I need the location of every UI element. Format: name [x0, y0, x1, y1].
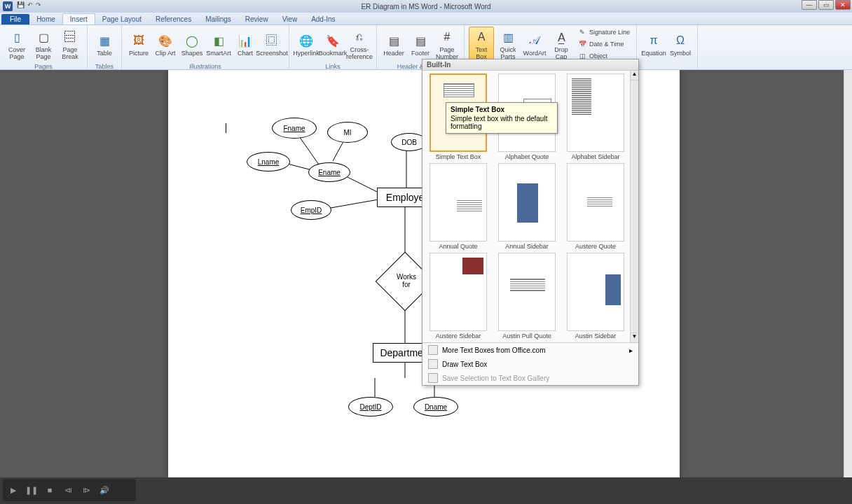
attr-lname[interactable]: Lname — [247, 152, 290, 172]
gallery-austere-sidebar[interactable]: Austere Sidebar — [425, 253, 491, 340]
shapes-button[interactable]: ◯Shapes — [179, 27, 205, 63]
blank-page-button[interactable]: ▢Blank Page — [31, 27, 56, 63]
tab-mailings[interactable]: Mailings — [198, 14, 238, 24]
dropcap-button[interactable]: A̲Drop Cap — [549, 27, 574, 63]
header-button[interactable]: ▤Header — [381, 27, 406, 63]
save-selection-menuitem: Save Selection to Text Box Gallery — [422, 371, 638, 385]
gallery-annual-sidebar[interactable]: Annual Sidebar — [494, 163, 560, 250]
prev-button[interactable]: ⧏ — [62, 484, 74, 496]
symbol-button[interactable]: ΩSymbol — [668, 27, 693, 63]
minimize-button[interactable]: — — [802, 0, 817, 10]
smartart-icon: ◧ — [211, 33, 226, 48]
tab-review[interactable]: Review — [238, 14, 275, 24]
crossref-button[interactable]: ⎌Cross-reference — [347, 27, 372, 63]
tooltip: Simple Text Box Simple text box with the… — [446, 102, 558, 134]
page-break-button[interactable]: ⿳Page Break — [57, 27, 83, 63]
gallery-annual-quote[interactable]: Annual Quote — [425, 163, 491, 250]
tooltip-title: Simple Text Box — [451, 106, 553, 113]
attr-empid[interactable]: EmpID — [291, 200, 331, 220]
attr-ename[interactable]: Ename — [308, 162, 350, 182]
gallery-austin-pullquote[interactable]: Austin Pull Quote — [494, 253, 560, 340]
crossref-icon: ⎌ — [352, 29, 367, 45]
wordart-button[interactable]: 𝒜WordArt — [522, 27, 547, 63]
pagenum-button[interactable]: #Page Number — [434, 27, 460, 63]
draw-icon — [428, 359, 438, 369]
gallery-austere-quote[interactable]: Austere Quote — [563, 163, 628, 250]
rel-worksfor-label: Works for — [392, 273, 420, 288]
bookmark-icon: 🔖 — [325, 33, 341, 48]
tab-file[interactable]: File — [1, 14, 29, 24]
shapes-icon: ◯ — [184, 33, 200, 48]
textbox-button[interactable]: AText Box — [469, 27, 494, 63]
more-textboxes-menuitem[interactable]: More Text Boxes from Office.com ▸ — [422, 343, 638, 357]
signature-line-button[interactable]: ✎Signature Line — [575, 27, 632, 38]
cover-page-button[interactable]: ▯Cover Page — [4, 27, 29, 63]
equation-button[interactable]: πEquation — [641, 27, 666, 63]
window-title: ER Diagram in MS Word - Microsoft Word — [361, 3, 490, 10]
hyperlink-icon: 🌐 — [298, 33, 314, 48]
header-icon: ▤ — [386, 33, 401, 48]
volume-button[interactable]: 🔊 — [98, 484, 111, 496]
ribbon-tabs: File Home Insert Page Layout References … — [0, 13, 852, 25]
video-controls: ▶ ❚❚ ■ ⧏ ⧐ 🔊 — [3, 479, 136, 501]
tooltip-body: Simple text box with the default formatt… — [451, 115, 553, 130]
attr-mi[interactable]: MI — [327, 122, 368, 143]
chevron-right-icon: ▸ — [629, 346, 633, 354]
save-icon[interactable]: 💾 — [17, 1, 25, 8]
pause-button[interactable]: ❚❚ — [25, 484, 38, 496]
signature-icon: ✎ — [577, 27, 587, 37]
maximize-button[interactable]: ▭ — [818, 0, 834, 10]
attr-dname[interactable]: Dname — [413, 397, 458, 416]
svg-line-3 — [343, 175, 378, 192]
tab-references[interactable]: References — [149, 14, 198, 24]
footer-button[interactable]: ▤Footer — [408, 27, 433, 63]
smartart-button[interactable]: ◧SmartArt — [206, 27, 231, 63]
pagenum-icon: # — [439, 29, 455, 45]
next-button[interactable]: ⧐ — [80, 484, 92, 496]
table-button[interactable]: ▦Table — [92, 27, 117, 63]
equation-icon: π — [646, 33, 661, 48]
picture-icon: 🖼 — [131, 33, 146, 48]
clipart-button[interactable]: 🎨Clip Art — [153, 27, 178, 63]
wordart-icon: 𝒜 — [527, 33, 542, 48]
play-button[interactable]: ▶ — [7, 484, 20, 496]
tab-addins[interactable]: Add-Ins — [304, 14, 342, 24]
hyperlink-button[interactable]: 🌐Hyperlink — [294, 27, 319, 63]
blank-page-icon: ▢ — [36, 29, 51, 45]
dropcap-icon: A̲ — [554, 29, 569, 45]
gallery-scrollbar[interactable]: ▲ ▼ — [630, 71, 638, 342]
attr-fname[interactable]: Fname — [272, 118, 317, 139]
word-app-icon: W — [3, 1, 13, 11]
gallery-austin-sidebar[interactable]: Austin Sidebar — [563, 253, 628, 340]
page-break-icon: ⿳ — [62, 29, 78, 45]
clipart-icon: 🎨 — [158, 33, 173, 48]
screenshot-button[interactable]: ⿴Screenshot — [259, 27, 284, 63]
quickparts-button[interactable]: ▥Quick Parts — [495, 27, 521, 63]
tab-home[interactable]: Home — [29, 14, 62, 24]
undo-icon[interactable]: ↶ — [27, 1, 33, 8]
chart-icon: 📊 — [238, 33, 253, 48]
close-button[interactable]: ✕ — [835, 0, 851, 10]
tab-page-layout[interactable]: Page Layout — [95, 14, 149, 24]
symbol-icon: Ω — [673, 33, 688, 48]
stop-button[interactable]: ■ — [43, 484, 56, 496]
titlebar: W 💾 ↶ ↷ ER Diagram in MS Word - Microsof… — [0, 0, 852, 13]
scroll-down-icon[interactable]: ▼ — [631, 332, 638, 342]
gallery-alphabet-sidebar[interactable]: Alphabet Sidebar — [563, 74, 628, 160]
redo-icon[interactable]: ↷ — [36, 1, 41, 8]
save-gallery-icon — [428, 373, 438, 383]
attr-deptid[interactable]: DeptID — [348, 397, 393, 416]
vertical-scrollbar[interactable] — [844, 70, 852, 477]
quick-access-toolbar[interactable]: 💾 ↶ ↷ — [17, 1, 41, 8]
scroll-up-icon[interactable]: ▲ — [631, 71, 638, 80]
page-icon: ▯ — [9, 29, 25, 45]
calendar-icon: 📅 — [577, 39, 587, 49]
bookmark-button[interactable]: 🔖Bookmark — [320, 27, 345, 63]
quickparts-icon: ▥ — [500, 29, 516, 45]
picture-button[interactable]: 🖼Picture — [126, 27, 151, 63]
datetime-button[interactable]: 📅Date & Time — [575, 38, 632, 50]
chart-button[interactable]: 📊Chart — [233, 27, 258, 63]
tab-view[interactable]: View — [275, 14, 305, 24]
tab-insert[interactable]: Insert — [62, 13, 95, 24]
draw-textbox-menuitem[interactable]: Draw Text Box — [422, 357, 638, 371]
